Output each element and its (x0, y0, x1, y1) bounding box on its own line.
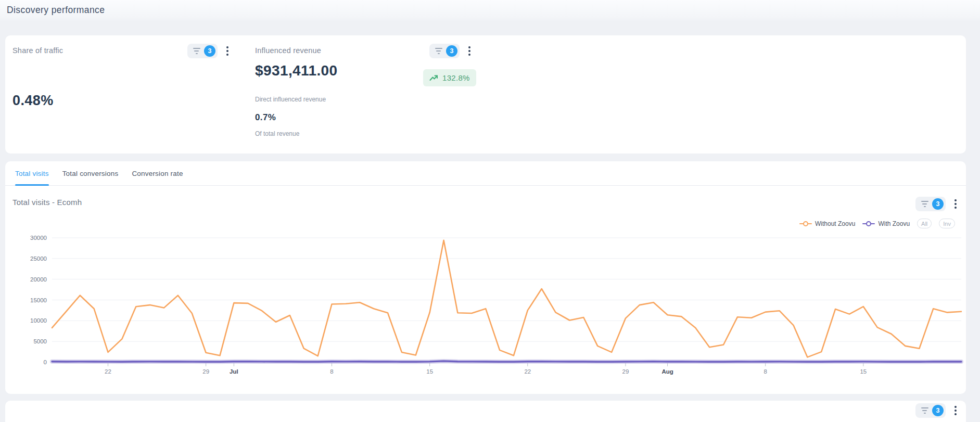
next-widget-card: 3 (5, 401, 966, 422)
more-options-button[interactable] (952, 198, 959, 210)
svg-text:15000: 15000 (30, 297, 47, 303)
kebab-menu-icon (468, 46, 470, 48)
filter-button[interactable]: 3 (915, 403, 946, 418)
kebab-menu-icon (954, 406, 957, 408)
svg-text:0: 0 (44, 359, 47, 365)
filter-icon (193, 48, 200, 54)
with-zoovu-marker-icon (862, 221, 875, 226)
next-widget-controls: 3 (915, 403, 959, 418)
tab-total-conversions[interactable]: Total conversions (62, 161, 119, 185)
legend-pill-all[interactable]: All (917, 219, 932, 228)
influenced-revenue-title: Influenced revenue (255, 46, 321, 55)
svg-text:5000: 5000 (33, 338, 47, 344)
trending-up-icon (429, 74, 439, 82)
legend-label: Without Zoovu (815, 220, 855, 227)
more-options-button[interactable] (466, 45, 473, 57)
tab-conversion-rate[interactable]: Conversion rate (132, 161, 183, 185)
tab-total-visits[interactable]: Total visits (15, 161, 49, 185)
filter-icon (435, 48, 442, 54)
filter-button[interactable]: 3 (915, 197, 946, 211)
line-chart: 0500010000150002000025000300002229Jul815… (5, 229, 966, 385)
svg-text:Jul: Jul (230, 368, 238, 375)
legend-item-with-zoovu[interactable]: With Zoovu (862, 220, 910, 227)
svg-text:30000: 30000 (30, 235, 47, 241)
influenced-revenue-controls: 3 (429, 44, 473, 58)
share-of-traffic-value: 0.48% (12, 93, 54, 109)
more-options-button[interactable] (952, 404, 959, 417)
svg-text:Aug: Aug (661, 368, 673, 375)
legend-item-without-zoovu[interactable]: Without Zoovu (799, 220, 855, 227)
share-of-traffic-title: Share of traffic (12, 46, 63, 55)
legend-label: With Zoovu (878, 220, 910, 227)
tabs-row: Total visits Total conversions Conversio… (5, 161, 966, 186)
more-options-button[interactable] (224, 45, 231, 57)
svg-text:15: 15 (426, 368, 433, 375)
filter-count-badge: 3 (932, 198, 944, 210)
svg-text:10000: 10000 (30, 317, 47, 324)
legend-pill-inv[interactable]: Inv (939, 219, 955, 228)
svg-text:15: 15 (860, 368, 867, 375)
page-title: Discovery performance (7, 5, 105, 16)
chart-legend: Without Zoovu With Zoovu All Inv (799, 219, 955, 228)
influenced-revenue-value: $931,411.00 (255, 62, 338, 79)
filter-count-badge: 3 (932, 405, 944, 416)
svg-text:25000: 25000 (30, 255, 47, 262)
svg-text:22: 22 (105, 368, 111, 375)
svg-text:8: 8 (764, 368, 767, 375)
share-of-traffic-controls: 3 (187, 44, 231, 58)
kebab-menu-icon (226, 46, 228, 48)
metrics-card: Share of traffic 3 0.48% Influenced reve… (5, 35, 966, 154)
chart-controls: 3 (915, 197, 959, 211)
revenue-change-badge: 132.8% (423, 69, 476, 86)
svg-text:29: 29 (202, 368, 209, 375)
svg-text:8: 8 (330, 368, 333, 375)
svg-text:22: 22 (524, 368, 531, 375)
svg-text:20000: 20000 (30, 276, 47, 283)
filter-count-badge: 3 (204, 45, 215, 57)
without-zoovu-marker-icon (799, 221, 812, 226)
direct-influenced-revenue-label: Direct influenced revenue (255, 96, 326, 103)
chart-title: Total visits - Ecomh (12, 198, 82, 207)
of-total-revenue-value: 0.7% (255, 112, 276, 123)
svg-text:29: 29 (622, 368, 629, 375)
filter-icon (921, 201, 928, 207)
filter-icon (921, 407, 928, 414)
filter-button[interactable]: 3 (187, 44, 218, 58)
chart-card: Total visits Total conversions Conversio… (5, 161, 966, 394)
of-total-revenue-label: Of total revenue (255, 130, 299, 137)
kebab-menu-icon (954, 199, 957, 201)
filter-button[interactable]: 3 (429, 44, 460, 58)
revenue-change-value: 132.8% (442, 73, 470, 82)
page-header: Discovery performance (0, 0, 980, 22)
filter-count-badge: 3 (446, 45, 457, 57)
